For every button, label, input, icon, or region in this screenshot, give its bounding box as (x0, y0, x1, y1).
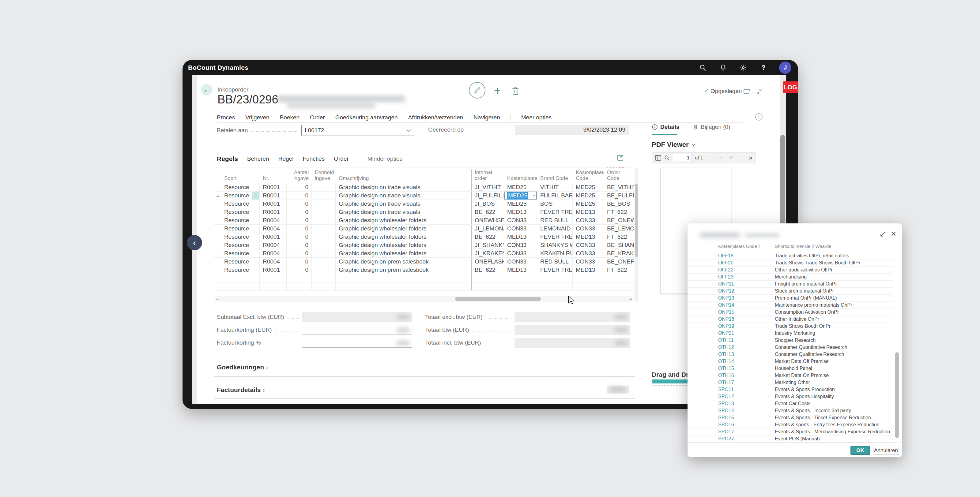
dialog-cell-code[interactable]: OFF20 (718, 259, 733, 266)
cell-nr[interactable]: R0004 (260, 249, 286, 257)
cell-internal_order_code[interactable] (604, 283, 634, 291)
cell-internal_order_code[interactable] (604, 274, 634, 282)
betalen-aan-combobox[interactable]: L00172 (301, 125, 414, 136)
cell-eenheid[interactable] (312, 283, 336, 291)
lines-menu-item-functies[interactable]: Functies (302, 156, 325, 162)
dialog-row[interactable]: OFF23Merchandising (687, 273, 893, 281)
dialog-cell-value[interactable]: Event Car Costs (775, 400, 810, 407)
cell-eenheid[interactable] (312, 200, 336, 208)
row-drag-handle[interactable] (252, 266, 260, 274)
invoice-discount-input[interactable] (302, 325, 412, 335)
table-row[interactable]: →Resource⋮R00010Graphic design on trade … (215, 192, 634, 200)
dialog-cell-code[interactable]: ONP21 (718, 330, 734, 337)
dialog-cell-code[interactable]: OTH16 (718, 372, 734, 379)
cell-internal_order[interactable] (471, 283, 504, 291)
menu-item-navigeren[interactable]: Navigeren (474, 114, 500, 121)
row-selector[interactable] (215, 225, 221, 233)
cell-eenheid[interactable] (312, 216, 336, 224)
cell-kostenplaats[interactable] (504, 274, 537, 282)
cell-nr[interactable]: R0004 (260, 258, 286, 266)
row-drag-handle[interactable] (252, 283, 260, 291)
dialog-row[interactable]: ONP16Other Initiative OnPr (687, 316, 893, 323)
dialog-row[interactable]: SPO16Events & sports - Entry fees Expens… (687, 421, 893, 429)
menu-item-goedkeuring-aanvragen[interactable]: Goedkeuring aanvragen (335, 114, 398, 121)
notifications-bell-icon[interactable] (719, 63, 728, 72)
row-selector[interactable]: → (215, 192, 221, 200)
dialog-cell-code[interactable]: OFF22 (718, 267, 733, 273)
cell-internal_order[interactable]: JI_SHANKY'S ... (471, 241, 504, 249)
cell-aantal[interactable]: 0 (286, 258, 312, 266)
cell-kostenplaats_code[interactable]: CON33 (573, 225, 604, 233)
column-header-nr[interactable]: Nr. (260, 175, 286, 183)
cell-internal_order[interactable]: JI_LEMONAID (471, 225, 504, 233)
cell-kostenplaats[interactable]: CON33 (504, 241, 537, 249)
tab-regels[interactable]: Regels (217, 155, 238, 162)
scroll-right-arrow[interactable]: ▸ (630, 297, 632, 301)
column-header-internal_order[interactable]: Internal order (471, 170, 504, 183)
cell-internal_order_code[interactable]: FT_622 (604, 266, 634, 274)
tab-bijlagen[interactable]: Bijlagen (0) (693, 124, 730, 130)
dialog-cell-value[interactable]: Household Panel (775, 365, 812, 372)
dialog-cell-code[interactable]: SPO13 (718, 400, 734, 407)
cell-kostenplaats_code[interactable]: CON33 (573, 241, 604, 249)
cell-internal_order[interactable]: ONEWHSFOL (471, 216, 504, 224)
cell-kostenplaats_code[interactable]: MED25 (573, 183, 604, 191)
cell-internal_order_code[interactable]: BE_ONEWHSF (604, 216, 634, 224)
dialog-row[interactable]: SPO11Events & Sports Production (687, 386, 893, 393)
cell-internal_order_code[interactable]: BE_VITHIT (604, 183, 634, 191)
row-drag-handle[interactable] (252, 241, 260, 249)
dialog-cell-value[interactable]: Trade activities OffPr, retail outlets (775, 252, 849, 259)
table-row[interactable]: ResourceR00010Graphic design on trade vi… (215, 183, 634, 192)
cell-soort[interactable] (221, 274, 252, 282)
column-shortcutdimensie[interactable]: Shortcutdimensie 2 Waarde (775, 244, 832, 249)
row-drag-handle[interactable]: ⋮ (252, 192, 260, 200)
zoom-out-button[interactable]: − (719, 154, 723, 162)
dialog-cell-value[interactable]: Events & Sports - Merchandising Expense … (775, 429, 890, 435)
cell-internal_order[interactable]: JI_KRAKEN R... (471, 249, 504, 257)
dialog-cell-value[interactable]: Shopper Research (775, 337, 816, 344)
settings-gear-icon[interactable] (739, 63, 748, 72)
cell-omschrijving[interactable]: Graphic design on trade visuals (336, 192, 471, 200)
cell-kostenplaats_code[interactable]: CON33 (573, 258, 604, 266)
cell-aantal[interactable]: 0 (286, 192, 312, 200)
scroll-left-arrow[interactable]: ◂ (216, 297, 218, 301)
cell-kostenplaats[interactable]: MED13 (504, 233, 537, 241)
cell-internal_order[interactable]: JI_VITHIT (471, 183, 504, 191)
avatar[interactable]: J (779, 62, 791, 74)
dialog-cell-code[interactable]: SPO14 (718, 407, 734, 414)
dialog-cell-value[interactable]: Consumer Quantitative Research (775, 344, 847, 351)
dialog-cell-value[interactable]: Events & sports - Entry fees Expense Red… (775, 421, 880, 428)
dialog-cell-code[interactable]: SPO16 (718, 421, 734, 428)
cell-nr[interactable]: R0001 (260, 183, 286, 191)
cell-internal_order_code[interactable]: BE_LEMONAID (604, 225, 634, 233)
row-selector[interactable] (215, 241, 221, 249)
column-header-brand_code[interactable]: Brand Code (537, 175, 573, 183)
cell-soort[interactable]: Resource (221, 216, 252, 224)
drag-drop-zone[interactable] (652, 385, 687, 404)
row-drag-handle[interactable] (252, 183, 260, 191)
dialog-cell-value[interactable]: Industry Marketing (775, 330, 815, 337)
column-header-soort[interactable]: Soort (221, 175, 252, 183)
cell-brand_code[interactable]: RED BULL (537, 258, 573, 266)
menu-item-proces[interactable]: Proces (217, 114, 235, 121)
cell-kostenplaats_code[interactable]: MED13 (573, 233, 604, 241)
dialog-cell-value[interactable]: Events & Sports - Ticket Expense Reducti… (775, 414, 871, 421)
cell-omschrijving[interactable]: Graphic design on trade visuals (336, 183, 471, 191)
dialog-row[interactable]: SPO15Events & Sports - Ticket Expense Re… (687, 414, 893, 421)
dialog-cell-value[interactable]: Stock promo material OnPr (775, 288, 834, 294)
cell-kostenplaats_code[interactable] (573, 283, 604, 291)
cell-kostenplaats-editing[interactable]: MED25 (504, 192, 537, 200)
help-icon[interactable]: ? (759, 63, 768, 72)
dialog-cell-code[interactable]: ONP11 (718, 281, 734, 287)
dialog-row[interactable]: OFF20Trade Shows Trade Shows Booth OffPr (687, 259, 893, 267)
cell-nr[interactable]: R0001 (260, 266, 286, 274)
lines-menu-item-regel[interactable]: Regel (278, 156, 294, 162)
table-row[interactable] (215, 274, 634, 283)
row-drag-handle[interactable] (252, 225, 260, 233)
dialog-cell-value[interactable]: Other trade activities OffPr (775, 267, 832, 273)
invoice-discount-pct-input[interactable] (302, 338, 412, 348)
dialog-cell-code[interactable]: ONP13 (718, 295, 734, 302)
cell-omschrijving[interactable]: Graphic design wholesaler folders (336, 233, 471, 241)
menu-item-vrijgeven[interactable]: Vrijgeven (245, 114, 269, 121)
menu-item-meer-opties[interactable]: Meer opties (521, 114, 552, 121)
